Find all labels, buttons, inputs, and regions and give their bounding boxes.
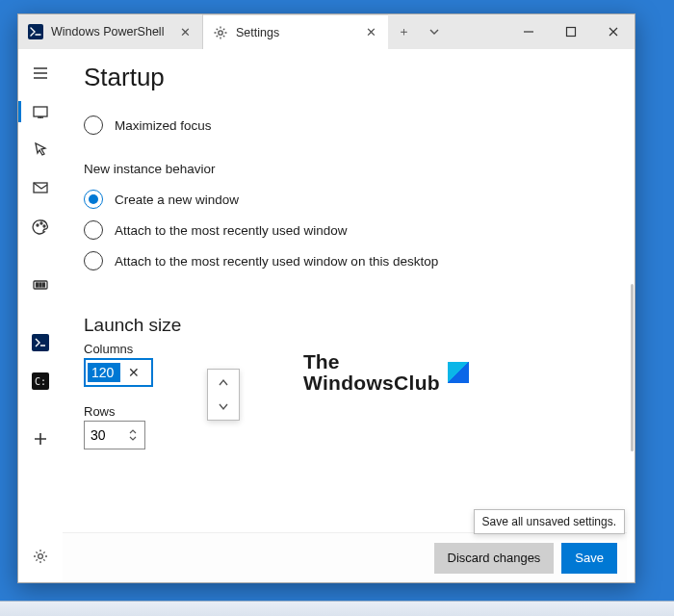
save-button[interactable]: Save [561, 543, 617, 574]
sidebar-profile-powershell[interactable] [18, 324, 63, 361]
page-title: Startup [84, 63, 608, 92]
logo-line1: The [303, 351, 440, 372]
svg-rect-3 [34, 107, 47, 116]
close-icon[interactable]: ✕ [177, 24, 193, 39]
instance-option-new-window[interactable]: Create a new window [84, 184, 608, 215]
sidebar-item-startup[interactable] [18, 93, 63, 130]
app-window: Windows PowerShell ✕ Settings ✕ ＋ [17, 13, 635, 583]
radio-icon [84, 116, 103, 135]
spinner-popup [207, 369, 240, 421]
option-label: Attach to the most recently used window … [115, 254, 438, 269]
sidebar-item-color[interactable] [18, 209, 63, 245]
tab-settings[interactable]: Settings ✕ [203, 14, 388, 49]
window-controls [507, 14, 635, 49]
titlebar: Windows PowerShell ✕ Settings ✕ ＋ [18, 14, 635, 49]
svg-rect-9 [37, 283, 39, 287]
radio-icon [84, 251, 103, 270]
svg-rect-12 [32, 334, 49, 351]
sidebar-add-profile[interactable] [18, 421, 63, 457]
svg-point-6 [40, 222, 42, 224]
logo-square-icon [448, 362, 469, 383]
svg-point-15 [39, 554, 43, 559]
rows-input[interactable] [85, 427, 121, 443]
spin-up-button[interactable] [208, 370, 239, 395]
radio-icon [84, 190, 103, 209]
tab-label: Windows PowerShell [51, 25, 164, 38]
sidebar-item-interaction[interactable] [18, 132, 63, 168]
svg-point-7 [43, 225, 45, 227]
option-label: Maximized focus [115, 118, 212, 133]
footer-bar: Discard changes Save [63, 532, 627, 582]
launch-size-heading: Launch size [84, 315, 608, 336]
tab-actions: ＋ [388, 14, 450, 49]
columns-input-box[interactable]: ✕ [84, 358, 153, 387]
powershell-icon [28, 24, 43, 39]
logo-line2: WindowsClub [303, 372, 440, 394]
section-label: New instance behavior [84, 162, 608, 176]
instance-option-mru-desktop[interactable]: Attach to the most recently used window … [84, 245, 608, 276]
menu-button[interactable] [18, 55, 63, 91]
new-tab-button[interactable]: ＋ [388, 14, 419, 49]
option-label: Create a new window [115, 192, 239, 207]
sidebar-settings-gear[interactable] [18, 538, 63, 575]
close-icon[interactable]: ✕ [363, 25, 378, 40]
sidebar-profile-cmd[interactable]: C: [18, 363, 63, 399]
maximize-button[interactable] [550, 14, 592, 49]
minimize-button[interactable] [507, 14, 550, 49]
spin-down-button[interactable] [208, 395, 239, 420]
svg-rect-0 [28, 24, 43, 39]
close-button[interactable] [592, 14, 635, 49]
svg-rect-2 [567, 28, 576, 37]
discard-button[interactable]: Discard changes [434, 543, 555, 574]
settings-content: Startup Maximized focus New instance beh… [63, 49, 635, 582]
gear-icon [213, 25, 228, 40]
svg-rect-11 [43, 283, 45, 287]
clear-icon[interactable]: ✕ [122, 360, 145, 385]
rows-input-box[interactable] [84, 421, 145, 449]
rows-label: Rows [84, 404, 608, 419]
svg-point-5 [37, 224, 39, 226]
spin-icon[interactable] [121, 422, 144, 449]
instance-option-mru-window[interactable]: Attach to the most recently used window [84, 215, 608, 245]
svg-point-1 [219, 30, 222, 34]
sidebar: C: [18, 49, 63, 582]
sidebar-item-rendering[interactable] [18, 267, 63, 303]
tab-dropdown-button[interactable] [419, 14, 450, 49]
save-tooltip: Save all unsaved settings. [474, 509, 625, 534]
launch-mode-option[interactable]: Maximized focus [84, 110, 608, 141]
scrollbar-thumb[interactable] [631, 284, 634, 451]
taskbar [0, 601, 674, 616]
svg-rect-10 [39, 283, 41, 287]
watermark-logo: The WindowsClub [303, 351, 469, 394]
tab-label: Settings [236, 26, 279, 39]
tab-powershell[interactable]: Windows PowerShell ✕ [18, 14, 203, 49]
sidebar-item-appearance[interactable] [18, 170, 63, 207]
svg-text:C:: C: [35, 376, 46, 387]
columns-input[interactable] [88, 363, 120, 382]
radio-icon [84, 220, 103, 240]
option-label: Attach to the most recently used window [115, 223, 348, 238]
